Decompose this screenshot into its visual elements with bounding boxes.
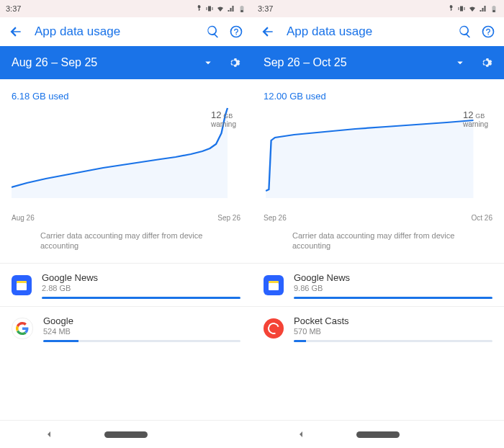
search-icon	[458, 24, 472, 39]
date-end: Sep 26	[217, 214, 240, 222]
app-bar: App data usage	[252, 17, 504, 46]
status-icons	[194, 4, 246, 13]
help-icon	[229, 24, 243, 39]
warning-label: 12 GBwarning	[463, 110, 488, 128]
app-size: 570 MB	[294, 327, 492, 336]
search-button[interactable]	[454, 20, 477, 43]
date-range-bar[interactable]: Aug 26 – Sep 25	[0, 46, 252, 79]
vibrate-icon	[457, 4, 466, 13]
wifi-icon	[468, 4, 477, 13]
app-row-pocket-casts[interactable]: Pocket Casts 570 MB	[252, 307, 504, 349]
app-name: Google	[43, 315, 240, 326]
status-time: 3:37	[6, 4, 21, 13]
chart-dates: Sep 26 Oct 26	[252, 212, 504, 228]
help-button[interactable]	[225, 20, 248, 43]
app-row-google[interactable]: Google 524 MB	[0, 307, 252, 349]
gear-icon[interactable]	[228, 56, 240, 69]
wifi-icon	[216, 4, 225, 13]
usage-chart: 12 GBwarning	[252, 104, 504, 212]
status-time: 3:37	[258, 4, 273, 13]
signal-icon	[479, 4, 487, 13]
app-size: 9.86 GB	[294, 284, 492, 292]
phone-right: 3:37 App data usage Sep 26 – Oct 25 12.0…	[252, 0, 504, 448]
search-button[interactable]	[202, 20, 225, 43]
vibrate-icon	[205, 4, 214, 13]
usage-total: 12.00 GB used	[252, 79, 504, 104]
status-bar: 3:37	[252, 0, 504, 17]
date-start: Aug 26	[12, 214, 35, 222]
chevron-down-icon	[202, 56, 215, 69]
usage-total: 6.18 GB used	[0, 79, 252, 104]
status-icons	[446, 4, 498, 13]
app-name: Pocket Casts	[294, 315, 492, 326]
signal-icon	[227, 4, 235, 13]
app-row-google-news[interactable]: Google News 9.86 GB	[252, 264, 504, 306]
warning-label: 12 GBwarning	[211, 110, 236, 128]
battery-icon	[490, 4, 498, 13]
help-icon	[481, 24, 495, 39]
date-range-label: Sep 26 – Oct 25	[264, 56, 454, 69]
google-icon	[12, 318, 33, 339]
chart-dates: Aug 26 Sep 26	[0, 212, 252, 228]
help-button[interactable]	[477, 20, 500, 43]
nav-bar	[0, 420, 252, 448]
back-button[interactable]	[4, 20, 27, 43]
date-start: Sep 26	[264, 214, 287, 222]
pocket-casts-icon	[264, 318, 284, 339]
usage-chart: 12 GBwarning	[0, 104, 252, 212]
date-range-bar[interactable]: Sep 26 – Oct 25	[252, 46, 504, 79]
app-bar: App data usage	[0, 17, 252, 46]
nav-back[interactable]	[43, 429, 55, 440]
app-size: 524 MB	[43, 327, 240, 336]
date-range-label: Aug 26 – Sep 25	[12, 56, 202, 69]
key-icon	[194, 4, 203, 13]
back-button[interactable]	[256, 20, 279, 43]
carrier-note: Carrier data accounting may differ from …	[0, 228, 252, 263]
app-size: 2.88 GB	[42, 284, 240, 292]
chevron-down-icon	[454, 56, 467, 69]
page-title: App data usage	[35, 24, 202, 39]
status-bar: 3:37	[0, 0, 252, 17]
key-icon	[446, 4, 455, 13]
google-news-icon	[264, 275, 284, 295]
nav-home-pill[interactable]	[104, 431, 148, 438]
carrier-note: Carrier data accounting may differ from …	[252, 228, 504, 263]
battery-icon	[238, 4, 246, 13]
page-title: App data usage	[287, 24, 454, 39]
date-end: Oct 26	[472, 214, 492, 222]
app-row-google-news[interactable]: Google News 2.88 GB	[0, 264, 252, 306]
google-news-icon	[12, 275, 32, 295]
search-icon	[206, 24, 220, 39]
gear-icon[interactable]	[480, 56, 492, 69]
nav-back[interactable]	[295, 429, 307, 440]
app-name: Google News	[42, 272, 240, 283]
app-name: Google News	[294, 272, 492, 283]
nav-bar	[252, 420, 504, 448]
phone-left: 3:37 App data usage Aug 26 – Sep 25 6.18…	[0, 0, 252, 448]
nav-home-pill[interactable]	[356, 431, 400, 438]
